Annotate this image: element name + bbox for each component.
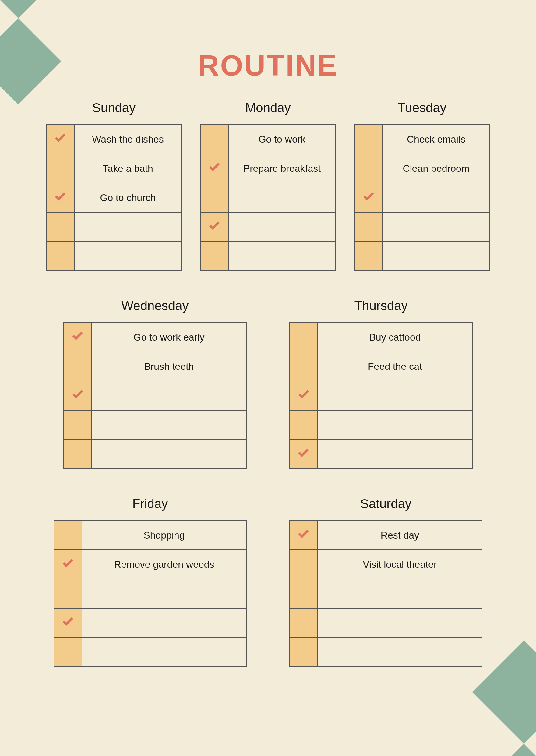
check-icon (207, 160, 222, 174)
task-checkbox[interactable] (200, 154, 228, 183)
task-checkbox[interactable] (64, 410, 92, 439)
task-row (290, 608, 482, 637)
task-checkbox[interactable] (290, 521, 318, 550)
task-checkbox[interactable] (290, 608, 318, 637)
task-row: Clean bedroom (354, 154, 490, 183)
check-icon (207, 219, 222, 232)
task-checkbox[interactable] (354, 183, 383, 212)
task-checkbox[interactable] (64, 381, 92, 410)
task-table: ShoppingRemove garden weeds (53, 520, 247, 667)
task-row (290, 637, 482, 667)
check-icon (60, 557, 76, 570)
day-label: Tuesday (398, 100, 447, 115)
task-checkbox[interactable] (64, 439, 92, 469)
day-block-tuesday: TuesdayCheck emailsClean bedroom (354, 100, 490, 271)
task-row (290, 579, 482, 608)
task-text (82, 637, 246, 667)
task-checkbox[interactable] (290, 323, 318, 352)
task-row: Go to work early (64, 323, 246, 352)
task-row (46, 242, 182, 271)
task-row (200, 212, 336, 242)
task-checkbox[interactable] (290, 381, 318, 410)
day-block-sunday: SundayWash the dishesTake a bathGo to ch… (46, 100, 182, 271)
task-row (54, 579, 246, 608)
check-icon (296, 527, 311, 541)
task-checkbox[interactable] (354, 124, 383, 154)
day-block-thursday: ThursdayBuy catfoodFeed the cat (289, 298, 473, 469)
task-checkbox[interactable] (54, 608, 82, 637)
task-text: Wash the dishes (74, 124, 182, 154)
task-checkbox[interactable] (354, 154, 383, 183)
task-text (228, 242, 336, 271)
task-text (74, 242, 182, 271)
check-icon (70, 388, 85, 401)
task-text (92, 381, 246, 410)
task-row: Brush teeth (64, 352, 246, 381)
task-checkbox[interactable] (54, 550, 82, 579)
task-checkbox[interactable] (64, 352, 92, 381)
task-checkbox[interactable] (46, 154, 74, 183)
task-checkbox[interactable] (290, 410, 318, 439)
task-text (318, 637, 482, 667)
task-checkbox[interactable] (354, 212, 383, 242)
task-checkbox[interactable] (46, 124, 74, 154)
task-text: Go to work early (92, 323, 246, 352)
day-block-friday: FridayShoppingRemove garden weeds (53, 497, 247, 667)
task-checkbox[interactable] (354, 242, 383, 271)
task-text: Rest day (318, 521, 482, 550)
check-icon (70, 329, 85, 343)
task-text (318, 410, 472, 439)
task-text (318, 608, 482, 637)
day-block-saturday: SaturdayRest dayVisit local theater (289, 497, 483, 667)
check-icon (53, 190, 68, 203)
task-checkbox[interactable] (290, 439, 318, 469)
task-row: Remove garden weeds (54, 550, 246, 579)
task-table: Go to work earlyBrush teeth (63, 322, 247, 469)
task-table: Rest dayVisit local theater (289, 520, 483, 667)
task-checkbox[interactable] (46, 242, 74, 271)
task-row (290, 439, 472, 469)
task-row (354, 183, 490, 212)
task-text (92, 410, 246, 439)
task-checkbox[interactable] (200, 183, 228, 212)
task-text: Clean bedroom (383, 154, 490, 183)
task-row (64, 410, 246, 439)
task-checkbox[interactable] (290, 637, 318, 667)
task-checkbox[interactable] (54, 579, 82, 608)
task-checkbox[interactable] (200, 212, 228, 242)
day-label: Wednesday (121, 298, 188, 313)
task-checkbox[interactable] (54, 521, 82, 550)
task-checkbox[interactable] (200, 124, 228, 154)
task-row (64, 439, 246, 469)
task-row (64, 381, 246, 410)
day-block-wednesday: WednesdayGo to work earlyBrush teeth (63, 298, 247, 469)
task-text (318, 439, 472, 469)
check-icon (296, 388, 311, 401)
task-checkbox[interactable] (46, 183, 74, 212)
day-label: Saturday (360, 497, 412, 511)
task-row (290, 410, 472, 439)
task-checkbox[interactable] (290, 550, 318, 579)
task-row: Go to church (46, 183, 182, 212)
task-checkbox[interactable] (64, 323, 92, 352)
task-text: Remove garden weeds (82, 550, 246, 579)
task-checkbox[interactable] (290, 352, 318, 381)
days-grid: SundayWash the dishesTake a bathGo to ch… (0, 100, 536, 667)
day-label: Thursday (354, 298, 408, 313)
task-checkbox[interactable] (54, 637, 82, 667)
task-text (74, 212, 182, 242)
day-label: Friday (132, 497, 168, 511)
task-text (228, 212, 336, 242)
task-text (82, 608, 246, 637)
task-row: Feed the cat (290, 352, 472, 381)
task-table: Buy catfoodFeed the cat (289, 322, 473, 469)
task-row (200, 242, 336, 271)
task-checkbox[interactable] (46, 212, 74, 242)
task-text (318, 381, 472, 410)
task-table: Wash the dishesTake a bathGo to church (46, 124, 182, 271)
task-checkbox[interactable] (290, 579, 318, 608)
task-text: Brush teeth (92, 352, 246, 381)
task-text (92, 439, 246, 469)
task-checkbox[interactable] (200, 242, 228, 271)
task-text: Visit local theater (318, 550, 482, 579)
